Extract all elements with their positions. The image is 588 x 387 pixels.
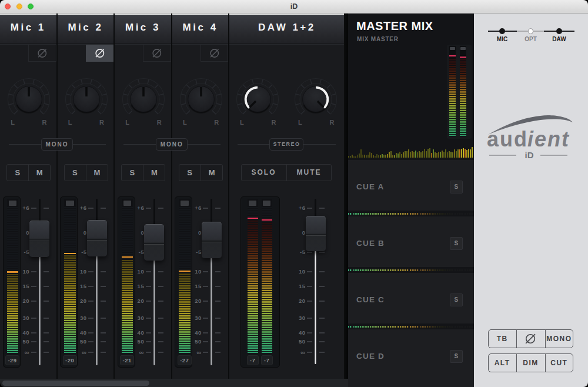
svg-text:audient: audient — [487, 127, 570, 151]
svg-text:iD: iD — [525, 150, 534, 160]
